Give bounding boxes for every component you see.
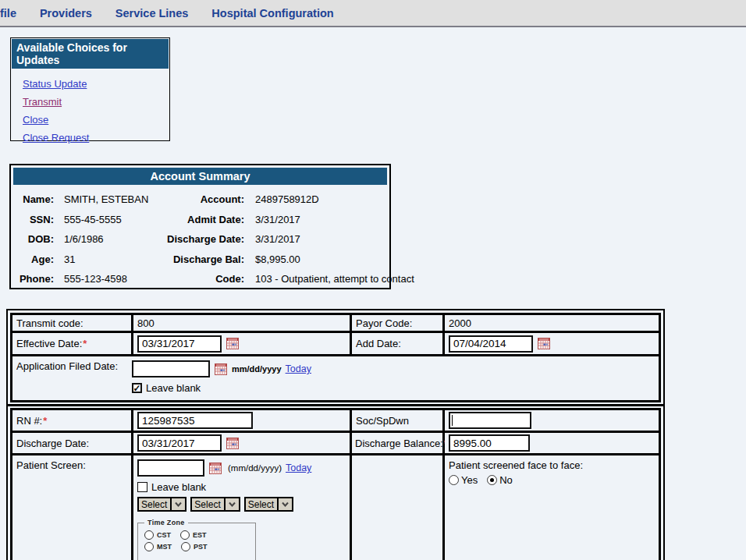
patient-screen-cell: (mm/dd/yyyy) Today Leave blank Select Se… [133,455,350,560]
discharge-date-label-cell: Discharge Date: [12,433,131,453]
account-summary-row: DOB: 1/6/1986 Discharge Date: 3/31/2017 [13,229,387,250]
discharge-balance-input[interactable] [449,434,530,452]
account-summary-row: SSN: 555-45-5555 Admit Date: 3/31/2017 [13,210,387,230]
admit-date-value: 3/31/2017 [244,214,387,225]
nav-item-hospital-configuration[interactable]: Hospital Configuration [211,7,333,19]
today-link[interactable]: Today [286,463,311,473]
mst-label: MST [157,543,172,551]
chevron-down-icon [224,498,239,510]
discharge-balance-cell [445,433,659,453]
no-label: No [499,474,513,486]
name-label: Name: [13,193,54,205]
cst-radio[interactable] [144,530,154,540]
patient-screen-select-1[interactable]: Select [137,497,186,512]
mst-radio[interactable] [144,542,154,551]
face-to-face-no-radio[interactable] [487,475,497,485]
calendar-icon[interactable] [226,338,239,349]
transmit-details-table: Transmit code: 800 Payor Code: 2000 Effe… [6,309,665,406]
date-format-hint: mm/dd/yyyy [232,364,282,374]
calendar-icon[interactable] [215,363,227,375]
empty-cell [352,455,442,560]
account-summary-row: Name: SMITH, ESTEBAN Account: 2489758912… [13,190,387,210]
application-filed-date-input[interactable] [132,360,210,377]
calendar-icon[interactable] [209,463,222,474]
top-nav-bar: file Providers Service Lines Hospital Co… [0,0,746,27]
leave-blank-label: Leave blank [146,382,201,394]
est-radio[interactable] [180,530,190,540]
add-date-label-cell: Add Date: [352,333,442,354]
admit-date-label: Admit Date: [168,214,244,225]
payor-code-value-cell: 2000 [445,315,659,331]
age-label: Age: [13,253,54,265]
required-marker: * [83,338,87,349]
soc-spdwn-label-cell: Soc/SpDwn [352,410,442,431]
account-summary-row: Age: 31 Discharge Bal: $8,995.00 [13,250,387,270]
effective-date-input[interactable] [137,335,222,353]
discharge-bal-label: Discharge Bal: [168,253,244,265]
phone-label: Phone: [13,273,54,285]
payor-code-label-cell: Payor Code: [352,315,442,331]
face-to-face-yes-radio[interactable] [449,475,459,485]
application-filed-date-cell: Application Filed Date: mm/dd/yyyy Today [12,356,659,400]
payor-code-label: Payor Code: [356,317,412,329]
available-choices-panel: Available Choices for Updates Status Upd… [10,37,170,141]
code-value: 103 - Outpatient, attempt to contact [244,273,414,285]
discharge-date-value: 3/31/2017 [244,233,387,245]
leave-blank-checkbox[interactable] [137,482,147,492]
rn-number-input[interactable] [137,412,253,429]
soc-spdwn-input[interactable] [449,412,531,429]
today-link[interactable]: Today [286,363,311,374]
calendar-icon[interactable] [226,438,239,449]
nav-item-file[interactable]: file [0,7,16,19]
ssn-label: SSN: [13,214,54,225]
text-caret [452,415,453,426]
available-choices-links: Status Update Transmit Close Close Reque… [12,69,169,147]
nav-item-providers[interactable]: Providers [40,7,92,19]
leave-blank-checkbox[interactable]: ✓ [132,383,142,393]
account-value: 2489758912D [244,193,387,205]
dob-value: 1/6/1986 [54,233,168,245]
transmit-code-value-cell: 800 [133,315,350,331]
patient-screen-select-3[interactable]: Select [244,497,293,512]
discharge-balance-label: Discharge Balance: [355,438,443,449]
required-marker: * [43,415,47,427]
discharge-date-input[interactable] [137,434,222,452]
soc-spdwn-label: Soc/SpDwn [356,415,409,427]
patient-screen-select-2[interactable]: Select [190,497,240,512]
rn-cell [133,410,350,431]
transmit-code-label: Transmit code: [16,317,83,329]
application-filed-date-label: Application Filed Date: [16,360,132,372]
leave-blank-label: Leave blank [151,481,206,493]
face-to-face-label: Patient screened face to face: [449,459,583,471]
link-transmit[interactable]: Transmit [23,93,169,111]
link-status-update[interactable]: Status Update [23,75,169,93]
link-close[interactable]: Close [23,111,169,129]
name-value: SMITH, ESTEBAN [54,193,168,205]
chevron-down-icon [170,498,185,510]
chevron-down-icon [277,498,292,510]
rn-label-cell: RN #:* [12,410,131,431]
date-format-hint: (mm/dd/yyyy) [228,463,282,473]
link-close-request[interactable]: Close Request [23,129,169,147]
select-value: Select [246,498,277,510]
pst-label: PST [194,543,208,551]
pst-radio[interactable] [181,542,190,551]
select-value: Select [139,498,170,510]
calendar-icon[interactable] [538,338,550,349]
discharge-date-field-label: Discharge Date: [16,438,89,449]
account-summary-panel: Account Summary Name: SMITH, ESTEBAN Acc… [9,164,391,289]
effective-date-label: Effective Date: [16,338,82,349]
add-date-input[interactable] [449,335,533,353]
nav-item-service-lines[interactable]: Service Lines [115,7,189,19]
phone-value: 555-123-4598 [54,273,168,285]
discharge-date-cell [133,433,350,453]
rn-number-label: RN #: [16,415,42,427]
ssn-value: 555-45-5555 [54,214,168,225]
patient-screen-label: Patient Screen: [16,459,86,471]
discharge-bal-value: $8,995.00 [244,253,387,265]
patient-screen-date-input[interactable] [137,459,204,477]
discharge-date-label: Discharge Date: [168,233,244,245]
transmit-code-label-cell: Transmit code: [12,315,131,331]
discharge-details-table: RN #:* Soc/SpDwn Discharge Date: [6,404,665,560]
dob-label: DOB: [13,233,54,245]
